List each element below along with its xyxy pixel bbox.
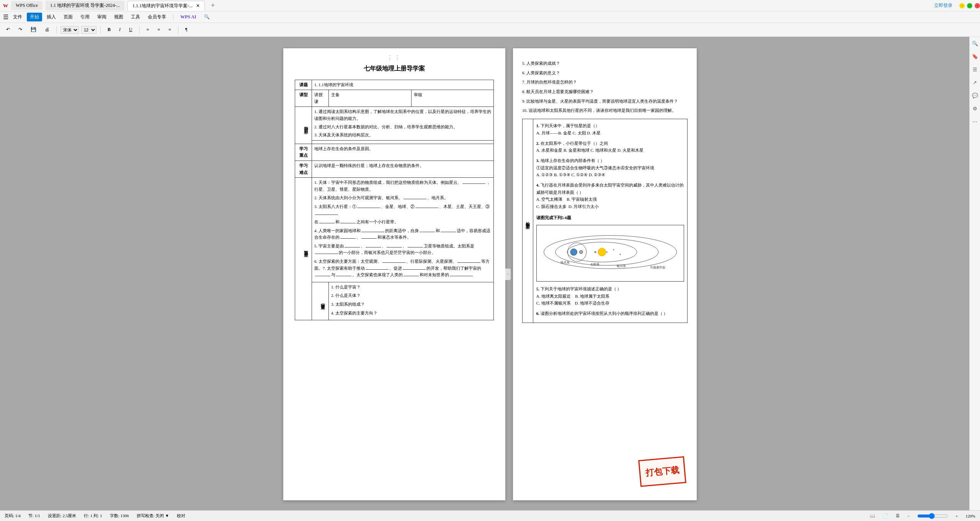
page-view-icon[interactable]: 📄 bbox=[883, 513, 888, 518]
menu-item-page[interactable]: 页面 bbox=[60, 13, 76, 21]
menu-item-member[interactable]: 会员专享 bbox=[145, 13, 169, 21]
obj-2: 2. 通过对八大行星基本数据的对比、分析、归纳，培养学生观察思维的能力。 bbox=[314, 124, 491, 131]
toolbar-redo-icon[interactable]: ↷ bbox=[15, 26, 25, 34]
download-stamp-button[interactable]: 打包下载 bbox=[638, 456, 686, 487]
svg-text:太阳系: 太阳系 bbox=[590, 263, 599, 266]
close-tab-icon[interactable]: ✕ bbox=[196, 3, 200, 8]
close-button[interactable]: × bbox=[975, 3, 980, 8]
class-questions-continuation: 5. 人类探索的成就？ 6. 人类探索的意义？ 7. 月球的自然环境是怎样的？ … bbox=[522, 60, 688, 114]
toolbar-sep4 bbox=[178, 26, 178, 34]
expand-page-button[interactable]: + bbox=[505, 269, 511, 280]
zoom-out-button[interactable]: − bbox=[907, 514, 910, 518]
svg-point-13 bbox=[613, 249, 614, 251]
toolbar-sep1 bbox=[56, 26, 57, 34]
menu-item-ref[interactable]: 引用 bbox=[77, 13, 93, 21]
solar-system-diagram: 地月系 太阳系 银河系 可观测宇宙 bbox=[536, 225, 684, 282]
italic-button[interactable]: I bbox=[116, 26, 124, 34]
toolbar-sep3 bbox=[139, 26, 140, 34]
preview-3: 3. 太阳系八大行星：①、金星、地球、②、木星、土星、天王星、③ bbox=[314, 203, 491, 217]
check-q4: 4. 飞行器在月球表面会受到许多来自太阳宇宙空间的威胁，其中人类难以估计的威胁可… bbox=[536, 182, 684, 210]
svg-point-6 bbox=[598, 248, 606, 256]
sidebar-nav-icon[interactable]: ☰ bbox=[971, 66, 979, 74]
sidebar-settings-icon[interactable]: ⚙ bbox=[971, 105, 979, 113]
read-view-icon[interactable]: 📖 bbox=[870, 513, 875, 518]
underline-button[interactable]: U bbox=[126, 26, 136, 34]
check-label: 检测案 bbox=[522, 119, 533, 323]
menu-item-tools[interactable]: 工具 bbox=[128, 13, 143, 21]
diagram-svg: 地月系 太阳系 银河系 可观测宇宙 bbox=[541, 229, 680, 275]
align-center-icon[interactable]: ≡ bbox=[154, 26, 163, 34]
zoom-slider[interactable] bbox=[917, 513, 948, 519]
review-label: 审核 bbox=[411, 90, 494, 107]
preview-content: 1. 天体：宇宙中不同形态的物质组成，我们把这些物质统称为天体。例如星云、，行星… bbox=[312, 178, 494, 282]
check-section: 检测案 1. 下列天体中，属于恒星的是（） A. 月球——B. 金星 C. 太阳… bbox=[522, 119, 688, 323]
sidebar-share-icon[interactable]: ↗ bbox=[971, 79, 979, 87]
preview-4: 4. 人类唯一的家园地球和的距离适中，自身和适中，容易形成适合生命存在的、和液态… bbox=[314, 228, 491, 241]
outline-view-icon[interactable]: ☰ bbox=[896, 513, 900, 518]
right-sidebar: 🔍 🔖 ☰ ↗ 💬 ⚙ ⋯ bbox=[969, 37, 980, 510]
keypoints-value: 地球上存在生命的条件及原因。 bbox=[312, 144, 494, 161]
preview-6: 6. 太空探索的主要方面：太空观测、、行星际探测、火星探测、等方面。7. 太空探… bbox=[314, 258, 491, 279]
q10: 10. 说说地球和太阳系其他行星的不同，谈谈你对地球是我们目前唯一家园的理解。 bbox=[522, 107, 688, 114]
svg-point-12 bbox=[606, 252, 607, 253]
drag-handle-icon: ⋮⋮ bbox=[387, 53, 402, 63]
toolbar-save-icon[interactable]: 💾 bbox=[28, 26, 39, 34]
search-input-button[interactable]: 🔍 bbox=[201, 13, 213, 21]
menu-toggle-icon[interactable]: ☰ bbox=[3, 13, 8, 21]
svg-point-5 bbox=[579, 251, 583, 254]
page-2: 5. 人类探索的成就？ 6. 人类探索的意义？ 7. 月球的自然环境是怎样的？ … bbox=[513, 48, 697, 500]
title-bar: W WPS Office 1.1 地球的宇宙环境 导学案-2024-... 1.… bbox=[0, 0, 980, 11]
check-q3: 3. 地球上存在生命的内部条件有（ ） ①适宜的温度②适合生物呼吸的大气③液态水… bbox=[536, 157, 684, 179]
zoom-in-button[interactable]: + bbox=[956, 514, 958, 518]
new-tab-button[interactable]: + bbox=[208, 0, 218, 11]
check-content: 1. 下列天体中，属于恒星的是（） A. 月球——B. 金星 C. 太阳 D. … bbox=[533, 119, 688, 323]
wps-ai-button[interactable]: WPS AI bbox=[177, 13, 199, 21]
maximize-button[interactable]: □ bbox=[967, 3, 972, 8]
paragraph-icon[interactable]: ¶ bbox=[182, 26, 190, 34]
preview-5: 5. 宇宙主要是由、、、卫星等物质组成。太阳系是的一小部分，而银河系也只是茫茫宇… bbox=[314, 243, 491, 256]
svg-point-4 bbox=[570, 249, 577, 256]
class-content: 1. 什么是宇宙？ 2. 什么是天体？ 3. 太阳系的组成？ 4. 太空探索的主… bbox=[329, 282, 494, 320]
menu-item-start[interactable]: 开始 bbox=[27, 13, 42, 21]
menu-sep bbox=[173, 14, 173, 20]
title-bar-left: W WPS Office 1.1 地球的宇宙环境 导学案-2024-... 1.… bbox=[0, 0, 934, 11]
q8: 8. 航天员在月球上需要克服哪些困难？ bbox=[522, 88, 688, 95]
obj-3: 3. 天体及天体系统的结构层次。 bbox=[314, 132, 491, 139]
toolbar-undo-icon[interactable]: ↶ bbox=[3, 26, 13, 34]
menu-item-insert[interactable]: 插入 bbox=[44, 13, 59, 21]
preview-2: 2. 天体系统由大到小分为可观测宇宙、银河系、、地月系。 bbox=[314, 195, 491, 202]
svg-text:可观测宇宙: 可观测宇宙 bbox=[650, 266, 665, 270]
font-size-select[interactable]: 12 bbox=[81, 26, 96, 34]
bold-button[interactable]: B bbox=[105, 26, 114, 34]
font-family-select[interactable]: 宋体 bbox=[60, 26, 79, 34]
spellcheck-status[interactable]: 拼写检查: 关闭 ▼ bbox=[137, 513, 169, 519]
q9: 9. 比较地球与金星、火星的表面平均温度，简要说明地球适宜人类生存的温度条件？ bbox=[522, 98, 688, 105]
obj-spacer bbox=[312, 140, 494, 144]
class-2: 2. 什么是天体？ bbox=[331, 292, 491, 299]
svg-point-11 bbox=[594, 251, 596, 253]
cursor-status: 行: 1 列: 1 bbox=[84, 513, 102, 519]
preview-3b: 在和之间有一个小行星带。 bbox=[314, 219, 491, 226]
menu-item-review[interactable]: 审阅 bbox=[94, 13, 109, 21]
type-label: 课型 bbox=[295, 90, 312, 107]
proofread-status[interactable]: 校对 bbox=[177, 513, 185, 519]
q7: 7. 月球的自然环境是怎样的？ bbox=[522, 79, 688, 86]
align-right-icon[interactable]: ≡ bbox=[165, 26, 174, 34]
obj-1: 1. 通过阅读太阳系结构示意图，了解地球在太阳系中的位置，以及行星的运动特征，培… bbox=[314, 108, 491, 122]
sidebar-bookmark-icon[interactable]: 🔖 bbox=[971, 53, 979, 61]
sidebar-comment-icon[interactable]: 💬 bbox=[971, 92, 979, 100]
tab-doc2[interactable]: 1.1.1地球的宇宙环境导学案-... ✕ bbox=[127, 1, 205, 11]
sidebar-more-icon[interactable]: ⋯ bbox=[971, 118, 979, 126]
align-left-icon[interactable]: ≡ bbox=[144, 26, 152, 34]
difficulty-value: 认识地球是一颗特殊的行星；地球上存在生命物质的条件。 bbox=[312, 161, 494, 177]
login-button[interactable]: 立即登录 bbox=[934, 2, 952, 9]
menu-item-view[interactable]: 视图 bbox=[111, 13, 126, 21]
tab-doc1[interactable]: 1.1 地球的宇宙环境 导学案-2024-... bbox=[46, 1, 124, 10]
diagram-instructions: 读图完成下列5-6题 bbox=[536, 214, 684, 221]
menu-item-file[interactable]: 文件 bbox=[10, 13, 25, 21]
class-label: 行课案 bbox=[312, 282, 329, 320]
toolbar-print-icon[interactable]: 🖨 bbox=[42, 26, 52, 34]
tab-wps-office[interactable]: WPS Office bbox=[11, 1, 42, 10]
sidebar-zoom-icon[interactable]: 🔍 bbox=[971, 40, 979, 48]
minimize-button[interactable]: − bbox=[959, 3, 965, 8]
